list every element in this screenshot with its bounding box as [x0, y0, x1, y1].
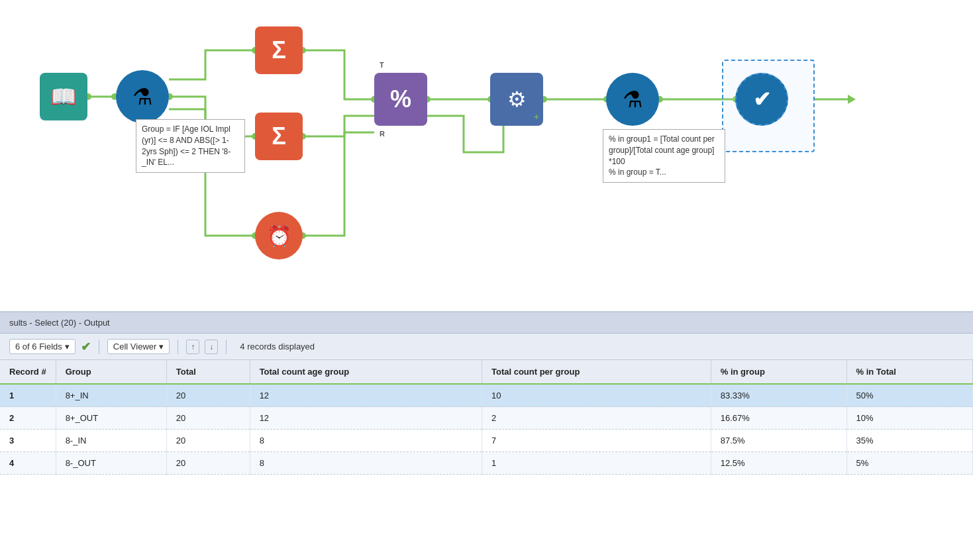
toolbar: 6 of 6 Fields ✔ Cell Viewer ↑ ↓ 4 record…	[0, 334, 973, 360]
cell-record: 3	[0, 430, 56, 452]
checkmark-icon[interactable]: ✔	[81, 340, 91, 354]
cell-pct-in-total: 35%	[846, 430, 973, 452]
cell-total-count-age: 12	[250, 407, 482, 430]
cell-group: 8-_OUT	[56, 452, 166, 475]
cell-pct-in-group: 83.33%	[711, 384, 846, 407]
formula-tooltip-2: % in group1 = [Total count per group]/[T…	[603, 129, 725, 183]
col-header-group: Group	[56, 360, 166, 384]
node-sum2[interactable]: Σ	[255, 113, 303, 160]
cell-total: 20	[166, 452, 250, 475]
node-sum1[interactable]: Σ	[255, 26, 303, 74]
cell-total: 20	[166, 384, 250, 407]
col-header-total-count-age: Total count age group	[250, 360, 482, 384]
cell-total: 20	[166, 430, 250, 452]
table-row[interactable]: 38-_IN208787.5%35%	[0, 430, 973, 452]
results-panel: sults - Select (20) - Output 6 of 6 Fiel…	[0, 311, 973, 560]
check-icon: ✔	[753, 87, 771, 112]
sort-down-button[interactable]: ↓	[205, 340, 218, 354]
data-table: Record # Group Total Total count age gro…	[0, 360, 973, 475]
toolbar-divider	[99, 340, 99, 354]
node-check[interactable]: ✔	[735, 73, 788, 126]
node-config[interactable]: ⚙ +	[490, 73, 543, 126]
formula-icon: %	[390, 85, 411, 113]
table-row[interactable]: 28+_OUT2012216.67%10%	[0, 407, 973, 430]
table-header-row: Record # Group Total Total count age gro…	[0, 360, 973, 384]
cell-group: 8+_IN	[56, 384, 166, 407]
cell-total-count-group: 7	[482, 430, 711, 452]
fields-chevron-icon	[65, 342, 70, 351]
node-sample[interactable]: ⏰	[255, 212, 303, 259]
toolbar-divider3	[226, 340, 227, 354]
cell-total-count-age: 12	[250, 384, 482, 407]
cell-pct-in-total: 5%	[846, 452, 973, 475]
connector-label-r: R	[380, 130, 385, 138]
cell-pct-in-total: 10%	[846, 407, 973, 430]
cell-pct-in-group: 16.67%	[711, 407, 846, 430]
cell-total-count-group: 1	[482, 452, 711, 475]
cell-total-count-group: 2	[482, 407, 711, 430]
book-icon: 📖	[50, 84, 77, 109]
viewer-chevron-icon	[159, 342, 164, 351]
results-header: sults - Select (20) - Output	[0, 312, 973, 334]
cell-pct-in-group: 87.5%	[711, 430, 846, 452]
col-header-total: Total	[166, 360, 250, 384]
cell-pct-in-total: 50%	[846, 384, 973, 407]
gear-icon: ⚙	[507, 87, 527, 112]
workflow-canvas: 📖 ⚗ Group = IF [Age IOL Impl (yr)] <= 8 …	[0, 0, 973, 311]
col-header-pct-in-total: % in Total	[846, 360, 973, 384]
connector-label-t: T	[380, 61, 384, 69]
viewer-button[interactable]: Cell Viewer	[107, 339, 170, 354]
cell-total-count-group: 10	[482, 384, 711, 407]
col-header-pct-in-group: % in group	[711, 360, 846, 384]
timer-icon: ⏰	[267, 224, 291, 248]
node-flask1[interactable]: ⚗	[116, 70, 169, 123]
cell-total: 20	[166, 407, 250, 430]
formula-tooltip-1: Group = IF [Age IOL Impl (yr)] <= 8 AND …	[136, 119, 245, 173]
node-flask2[interactable]: ⚗	[606, 73, 659, 126]
table-body: 18+_IN20121083.33%50%28+_OUT2012216.67%1…	[0, 384, 973, 475]
sigma2-icon: Σ	[272, 122, 286, 150]
cell-group: 8-_IN	[56, 430, 166, 452]
cell-record: 4	[0, 452, 56, 475]
svg-marker-5	[848, 95, 856, 104]
fields-button[interactable]: 6 of 6 Fields	[9, 339, 76, 354]
flask2-icon: ⚗	[623, 86, 642, 113]
toolbar-divider2	[178, 340, 178, 354]
table-row[interactable]: 18+_IN20121083.33%50%	[0, 384, 973, 407]
table-row[interactable]: 48-_OUT208112.5%5%	[0, 452, 973, 475]
col-header-total-count-group: Total count per group	[482, 360, 711, 384]
cell-pct-in-group: 12.5%	[711, 452, 846, 475]
sigma1-icon: Σ	[272, 36, 286, 64]
sort-up-button[interactable]: ↑	[186, 340, 199, 354]
node-formula[interactable]: % T R	[374, 73, 427, 126]
data-table-container[interactable]: Record # Group Total Total count age gro…	[0, 360, 973, 560]
node-input[interactable]: 📖	[40, 73, 87, 120]
records-count: 4 records displayed	[240, 342, 315, 351]
cell-total-count-age: 8	[250, 452, 482, 475]
col-header-record: Record #	[0, 360, 56, 384]
cell-group: 8+_OUT	[56, 407, 166, 430]
cell-total-count-age: 8	[250, 430, 482, 452]
cell-record: 2	[0, 407, 56, 430]
cell-record: 1	[0, 384, 56, 407]
flask1-icon: ⚗	[132, 83, 152, 110]
